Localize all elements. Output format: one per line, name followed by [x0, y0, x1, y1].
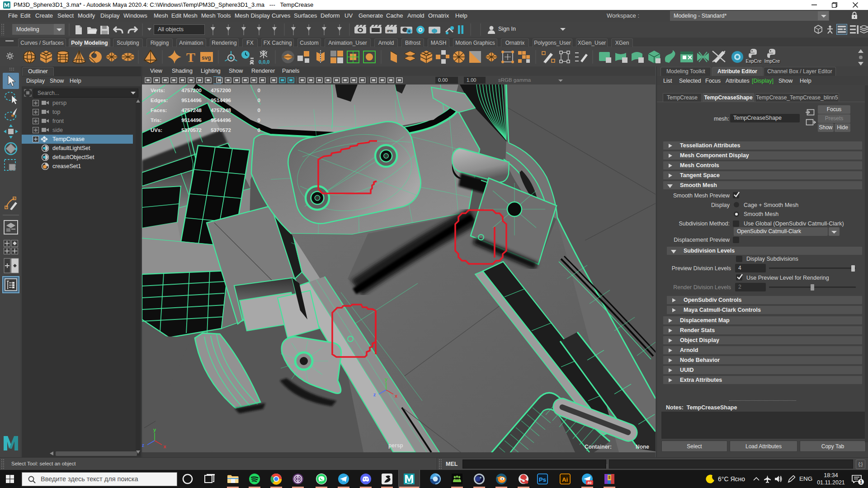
svg-text:Ai: Ai: [562, 476, 568, 483]
svg-text:4757248: 4757248: [181, 108, 202, 113]
svg-text:Ps: Ps: [539, 476, 546, 483]
svg-text:z: z: [373, 392, 376, 397]
svg-text:9514496: 9514496: [181, 98, 202, 103]
svg-text:0,0,0: 0,0,0: [259, 59, 269, 65]
svg-text:None: None: [636, 444, 649, 450]
svg-text:z: z: [142, 442, 145, 448]
svg-text:persp: persp: [388, 442, 403, 449]
svg-text:0: 0: [258, 127, 260, 133]
svg-text:MAYA: MAYA: [407, 482, 412, 484]
svg-text:Container:: Container:: [585, 444, 612, 450]
svg-text:0: 0: [258, 88, 260, 93]
svg-text:Tris:: Tris:: [151, 117, 161, 123]
svg-text:0: 0: [258, 98, 260, 103]
svg-text:x: x: [395, 393, 398, 399]
svg-text:.60: .60: [587, 481, 591, 485]
svg-text:x: x: [163, 444, 166, 449]
svg-text:UVs:: UVs:: [151, 127, 162, 133]
svg-text:Edges:: Edges:: [151, 98, 168, 103]
svg-text:9514496: 9514496: [181, 117, 202, 123]
svg-text:0: 0: [258, 117, 260, 123]
svg-text:5370572: 5370572: [181, 127, 202, 133]
svg-text:4757248: 4757248: [211, 108, 231, 113]
svg-text:IPR: IPR: [387, 29, 393, 33]
svg-text:9544496: 9544496: [211, 117, 231, 123]
svg-text:9514496: 9514496: [211, 98, 231, 103]
svg-text:y: y: [153, 427, 156, 432]
svg-text:y: y: [385, 376, 388, 382]
svg-text:0: 0: [258, 108, 260, 113]
svg-text:svg: svg: [202, 55, 211, 61]
svg-text:5370572: 5370572: [211, 127, 231, 133]
svg-text:4757200: 4757200: [181, 88, 202, 93]
svg-text:4757200: 4757200: [211, 88, 231, 93]
svg-text:Faces:: Faces:: [151, 108, 167, 113]
svg-text:Verts:: Verts:: [151, 88, 165, 93]
svg-text:T: T: [186, 50, 195, 65]
